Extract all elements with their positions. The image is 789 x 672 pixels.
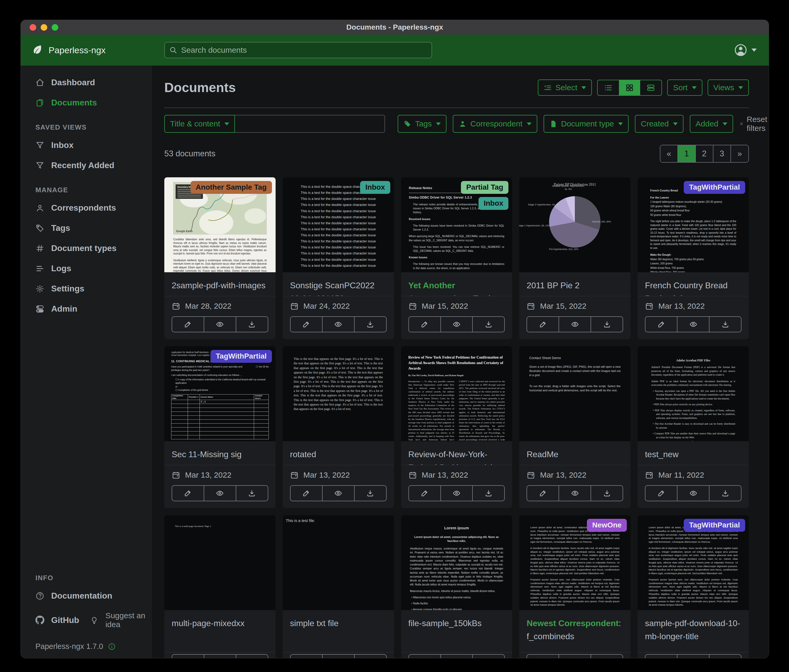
document-title[interactable]: multi-page-mixedxx — [164, 610, 276, 652]
document-thumbnail[interactable]: Patient BP Distribution 2011Normal, 150,… — [519, 177, 631, 272]
document-thumbnail[interactable]: InboxThis is a test for the double space… — [283, 177, 394, 272]
edit-button[interactable] — [409, 317, 441, 332]
title-content-dropdown[interactable]: Title & content — [164, 115, 235, 133]
list-view-button[interactable] — [598, 80, 619, 95]
detail-view-button[interactable] — [640, 80, 661, 95]
document-thumbnail[interactable]: TagWithPartialApplication for Medical St… — [164, 346, 276, 441]
document-card[interactable]: Review of New York Federal Petitions for… — [401, 346, 512, 508]
created-filter-button[interactable]: Created — [635, 115, 684, 133]
document-title[interactable]: Sec 11-Missing sig — [164, 441, 276, 465]
document-card[interactable]: TagWithPartialApplication for Medical St… — [164, 346, 276, 508]
document-card[interactable]: NewOneLorem ipsum dolor sit amet, consec… — [519, 515, 631, 658]
sidebar-item-documentation[interactable]: Documentation — [21, 586, 152, 606]
tags-filter-button[interactable]: Tags — [398, 115, 446, 133]
tag-badge[interactable]: Partial Tag — [461, 181, 508, 194]
document-title[interactable]: test_new — [637, 441, 749, 465]
pagination-page-1[interactable]: 1 — [678, 145, 696, 162]
grid-view-button[interactable] — [619, 80, 640, 95]
document-thumbnail[interactable]: Partial TagInboxRelease NotesSimba ODBC … — [401, 177, 512, 272]
document-title[interactable]: Sonstige ScanPC2022 03-24_081058 — [283, 272, 394, 296]
tag-badge[interactable]: NewOne — [587, 519, 627, 532]
edit-button[interactable] — [527, 655, 559, 658]
document-thumbnail[interactable]: This is a multi page document. Page 1. — [164, 515, 276, 610]
sidebar-item-settings[interactable]: Settings — [21, 279, 152, 299]
info-icon[interactable] — [108, 643, 116, 650]
tag-badge[interactable]: TagWithPartial — [684, 519, 745, 532]
sidebar-item-logs[interactable]: Logs — [21, 258, 152, 279]
document-card[interactable]: Contact Sheet DemoGiven a set of image f… — [519, 346, 631, 508]
edit-button[interactable] — [172, 655, 204, 658]
document-thumbnail[interactable]: This is the text that appears on the fir… — [283, 346, 394, 441]
document-title[interactable]: French Country Bread Revised.docx — [637, 272, 749, 296]
download-button[interactable] — [591, 317, 623, 332]
view-button[interactable] — [323, 486, 355, 501]
document-card[interactable]: TagWithPartialFrench Country BreadFor th… — [637, 177, 749, 339]
document-title[interactable]: ReadMe — [519, 441, 631, 465]
document-card[interactable]: This is a test file.simple txt file — [283, 515, 394, 658]
download-button[interactable] — [355, 317, 386, 332]
user-menu[interactable] — [734, 35, 757, 65]
view-button[interactable] — [323, 655, 355, 658]
document-thumbnail[interactable]: Lorem ipsumLorem ipsum dolor sit amet, c… — [401, 515, 512, 610]
document-title[interactable]: simple txt file — [283, 610, 394, 652]
brand[interactable]: Paperless-ngx — [21, 44, 105, 56]
document-title[interactable]: sample-pdf-download-10-mb-longer-title — [637, 610, 749, 652]
document-card[interactable]: This is a multi page document. Page 1.mu… — [164, 515, 276, 658]
view-button[interactable] — [559, 486, 591, 501]
download-button[interactable] — [236, 655, 268, 658]
edit-button[interactable] — [172, 317, 204, 332]
document-thumbnail[interactable]: NewOneLorem ipsum dolor sit amet, consec… — [519, 515, 631, 610]
download-button[interactable] — [355, 486, 386, 501]
edit-button[interactable] — [527, 317, 559, 332]
document-title[interactable]: file-sample_150kBs — [401, 610, 512, 652]
views-button[interactable]: Views — [708, 80, 749, 96]
edit-button[interactable] — [291, 655, 323, 658]
search-input[interactable] — [181, 46, 427, 54]
edit-button[interactable] — [645, 655, 677, 658]
tag-badge[interactable]: TagWithPartial — [684, 181, 745, 194]
document-card[interactable]: Lorem ipsumLorem ipsum dolor sit amet, c… — [401, 515, 512, 658]
view-button[interactable] — [677, 486, 709, 501]
document-thumbnail[interactable]: Another Sample TagBoundary Waters TripGo… — [164, 177, 276, 272]
document-correspondent[interactable]: Newest Correspondent — [527, 618, 618, 628]
reset-filters-button[interactable]: Reset filters — [739, 115, 769, 133]
document-title[interactable]: Review-of-New-York-Federal-Petitions-art… — [401, 441, 512, 465]
download-button[interactable] — [591, 486, 623, 501]
view-button[interactable] — [441, 486, 473, 501]
document-thumbnail[interactable]: Adobe Acrobat PDF FilesAdobe® Portable D… — [637, 346, 749, 441]
select-button[interactable]: Select — [538, 80, 592, 96]
document-card[interactable]: TagWithPartialLorem ipsum dolor sit amet… — [637, 515, 749, 658]
document-thumbnail[interactable]: Contact Sheet DemoGiven a set of image f… — [519, 346, 631, 441]
view-button[interactable] — [677, 655, 709, 658]
document-title[interactable]: Yet Another Correspondent: Testing Email — [401, 272, 512, 296]
document-title[interactable]: 2sample-pdf-with-images — [164, 272, 276, 296]
sidebar-item-github[interactable]: GitHub — [21, 610, 79, 630]
view-button[interactable] — [204, 486, 236, 501]
document-card[interactable]: Partial TagInboxRelease NotesSimba ODBC … — [401, 177, 512, 339]
download-button[interactable] — [473, 317, 504, 332]
download-button[interactable] — [709, 317, 741, 332]
sidebar-item-inbox[interactable]: Inbox — [21, 135, 152, 155]
document-title[interactable]: rotated — [283, 441, 394, 465]
view-button[interactable] — [559, 317, 591, 332]
view-button[interactable] — [323, 317, 355, 332]
title-content-filter-input[interactable] — [235, 115, 385, 133]
tag-badge[interactable]: Inbox — [479, 197, 509, 210]
edit-button[interactable] — [172, 486, 204, 501]
document-card[interactable]: Another Sample TagBoundary Waters TripGo… — [164, 177, 276, 339]
pagination-page-2[interactable]: 2 — [696, 145, 713, 162]
sort-button[interactable]: Sort — [667, 80, 702, 96]
edit-button[interactable] — [291, 486, 323, 501]
view-button[interactable] — [204, 655, 236, 658]
document-title[interactable]: Newest Correspondent: f_combineds — [519, 610, 631, 652]
pagination-prev-button[interactable]: « — [660, 145, 678, 162]
download-button[interactable] — [236, 486, 268, 501]
document-thumbnail[interactable]: TagWithPartialFrench Country BreadFor th… — [637, 177, 749, 272]
download-button[interactable] — [709, 655, 741, 658]
view-button[interactable] — [204, 317, 236, 332]
correspondent-filter-button[interactable]: Correspondent — [453, 115, 537, 133]
sidebar-item-admin[interactable]: Admin — [21, 299, 152, 319]
close-window-button[interactable] — [30, 24, 36, 31]
download-button[interactable] — [473, 486, 504, 501]
pagination-page-3[interactable]: 3 — [713, 145, 731, 162]
